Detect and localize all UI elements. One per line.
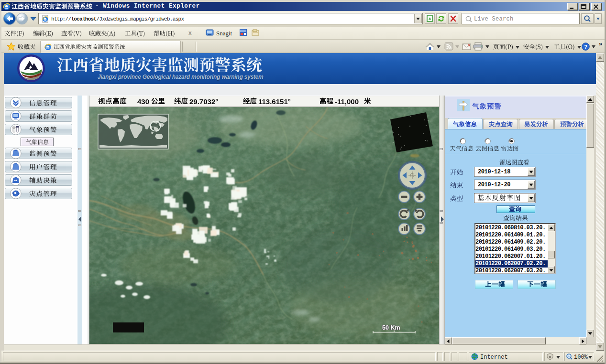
svg-text:?: ?	[584, 44, 587, 50]
svg-text:50 Km: 50 Km	[382, 324, 400, 331]
